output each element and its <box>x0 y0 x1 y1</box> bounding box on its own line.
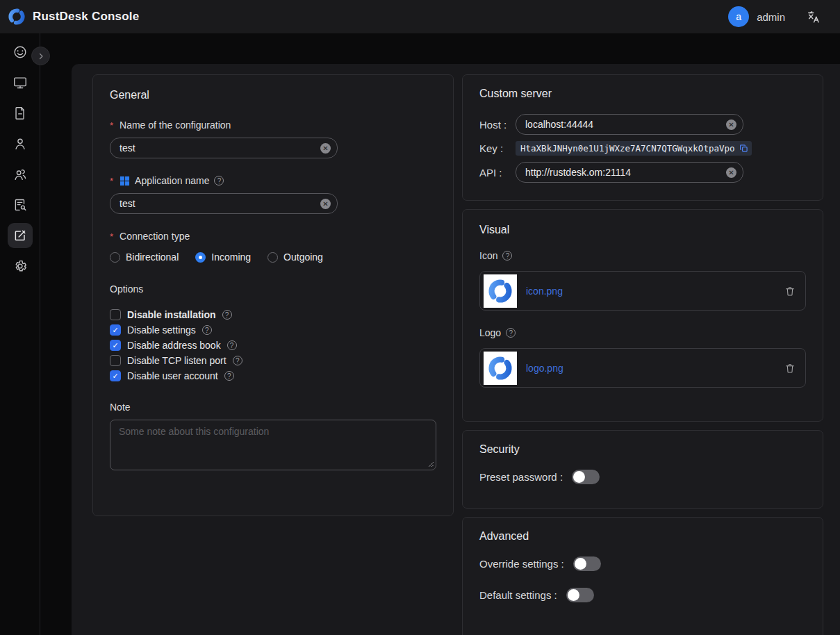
host-input[interactable] <box>525 119 722 130</box>
visual-card: Visual Icon ? icon.png <box>462 209 823 422</box>
sidebar-item-settings[interactable] <box>0 251 40 281</box>
rustdesk-logo-icon <box>7 7 26 26</box>
connection-type-label: Connection type <box>110 231 436 242</box>
note-wrap <box>110 420 436 473</box>
api-input[interactable] <box>525 167 722 178</box>
left-column: General Name of the configuration ✕ <box>92 74 454 516</box>
checkbox-disable-address-book[interactable]: ✓ Disable address book ? <box>110 338 436 353</box>
advanced-title: Advanced <box>479 530 806 543</box>
custom-server-title: Custom server <box>479 88 806 100</box>
content-panel: General Name of the configuration ✕ <box>72 64 840 635</box>
icon-label: Icon ? <box>479 250 806 261</box>
name-input[interactable] <box>120 142 316 154</box>
app-name-label: Application name ? <box>110 175 436 186</box>
sidebar-item-devices[interactable] <box>0 67 40 98</box>
sidebar-item-users[interactable] <box>0 129 40 159</box>
help-icon[interactable]: ? <box>202 325 212 335</box>
radio-outgoing[interactable]: Outgoing <box>267 251 323 263</box>
key-value: HtaXBkJNHyn0e1U1jWXze7A7CN7QTGWqxkOtpaVp… <box>520 143 735 154</box>
logo-thumbnail <box>484 352 517 385</box>
checkbox-disable-tcp-listen-port[interactable]: Disable TCP listen port ? <box>110 353 436 368</box>
icon-upload-row: icon.png <box>479 271 806 311</box>
checkbox-disable-settings[interactable]: ✓ Disable settings ? <box>110 322 436 338</box>
logo-file-link[interactable]: logo.png <box>526 363 563 374</box>
default-settings-row: Default settings : <box>479 588 806 602</box>
clear-icon[interactable]: ✕ <box>726 167 736 178</box>
sidebar-item-audit[interactable] <box>0 190 40 220</box>
user-icon <box>13 136 28 151</box>
checkbox-unchecked <box>110 309 121 320</box>
help-icon[interactable]: ? <box>506 328 516 338</box>
connection-type-group: Bidirectional Incoming Outgoing <box>110 251 436 263</box>
security-card: Security Preset password : <box>462 430 823 509</box>
clear-icon[interactable]: ✕ <box>320 143 331 154</box>
windows-icon <box>120 176 130 186</box>
host-label: Host : <box>479 119 516 131</box>
sidebar-item-configurations[interactable] <box>0 220 40 251</box>
override-settings-row: Override settings : <box>479 556 806 571</box>
help-icon[interactable]: ? <box>224 371 234 381</box>
preset-password-toggle[interactable] <box>572 470 600 484</box>
api-input-wrap: ✕ <box>516 162 743 183</box>
help-icon[interactable]: ? <box>214 176 224 185</box>
document-icon <box>13 106 28 121</box>
avatar[interactable]: a <box>728 6 749 27</box>
api-row: API : ✕ <box>479 162 806 183</box>
brand: RustDesk Console <box>7 7 139 26</box>
settings-icon <box>13 258 28 274</box>
username[interactable]: admin <box>757 11 785 23</box>
checkbox-checked: ✓ <box>110 370 121 381</box>
checkbox-checked: ✓ <box>110 324 121 336</box>
preset-password-row: Preset password : <box>479 470 806 484</box>
sidebar-item-groups[interactable] <box>0 159 40 190</box>
translate-icon[interactable] <box>806 10 821 24</box>
note-textarea[interactable] <box>110 420 436 470</box>
sidebar <box>0 33 40 635</box>
app-name-input[interactable] <box>120 198 316 209</box>
general-title: General <box>110 89 436 101</box>
smiley-icon <box>13 44 28 60</box>
help-icon[interactable]: ? <box>502 251 512 261</box>
app-name-input-wrap: ✕ <box>110 193 338 214</box>
sidebar-collapse-button[interactable] <box>31 47 50 65</box>
resize-handle-icon[interactable] <box>428 461 434 468</box>
radio-dot-selected <box>195 252 206 263</box>
checkbox-disable-installation[interactable]: Disable installation ? <box>110 307 436 322</box>
clear-icon[interactable]: ✕ <box>726 119 736 130</box>
icon-file-link[interactable]: icon.png <box>526 286 563 297</box>
override-settings-toggle[interactable] <box>573 556 601 571</box>
logo-label: Logo ? <box>479 327 806 338</box>
note-label: Note <box>110 402 436 413</box>
advanced-card: Advanced Override settings : Default set… <box>462 517 823 635</box>
edit-icon <box>13 228 28 243</box>
default-settings-toggle[interactable] <box>566 588 594 602</box>
options-label: Options <box>110 283 436 295</box>
sidebar-item-documents[interactable] <box>0 98 40 129</box>
checkbox-disable-user-account[interactable]: ✓ Disable user account ? <box>110 368 436 384</box>
trash-icon[interactable] <box>784 363 796 374</box>
monitor-icon <box>13 75 28 90</box>
help-icon[interactable]: ? <box>227 340 237 350</box>
host-input-wrap: ✕ <box>516 114 743 135</box>
trash-icon[interactable] <box>784 286 796 297</box>
visual-title: Visual <box>479 224 806 236</box>
app-title: RustDesk Console <box>33 10 139 24</box>
api-label: API : <box>479 167 516 179</box>
custom-server-card: Custom server Host : ✕ Key : HtaXBkJNHyn… <box>462 74 823 201</box>
icon-thumbnail <box>484 274 517 308</box>
main-area: General Name of the configuration ✕ <box>40 33 840 635</box>
key-label: Key : <box>479 142 516 154</box>
name-input-wrap: ✕ <box>110 138 338 158</box>
radio-incoming[interactable]: Incoming <box>195 251 251 263</box>
checkbox-checked: ✓ <box>110 340 121 351</box>
checkbox-unchecked <box>110 355 121 366</box>
radio-bidirectional[interactable]: Bidirectional <box>110 251 179 263</box>
audit-log-icon <box>13 197 28 213</box>
key-field: HtaXBkJNHyn0e1U1jWXze7A7CN7QTGWqxkOtpaVp… <box>516 141 752 156</box>
help-icon[interactable]: ? <box>222 310 232 320</box>
chevron-right-icon <box>37 52 45 60</box>
clear-icon[interactable]: ✕ <box>320 199 331 209</box>
copy-icon[interactable] <box>739 144 748 153</box>
help-icon[interactable]: ? <box>233 356 242 365</box>
general-card: General Name of the configuration ✕ <box>92 74 454 516</box>
